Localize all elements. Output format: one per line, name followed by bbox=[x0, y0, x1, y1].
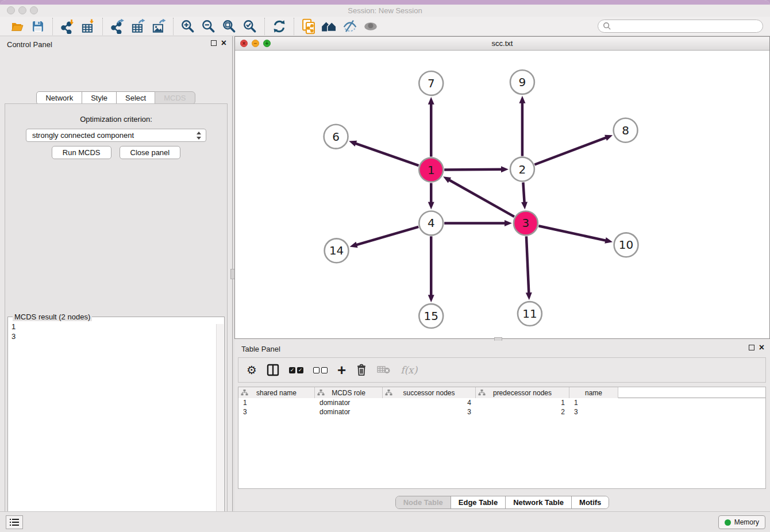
network-window-titlebar[interactable]: × − + scc.txt bbox=[235, 37, 769, 51]
status-bar: Memory bbox=[0, 511, 770, 532]
table-cell: 2 bbox=[476, 407, 569, 417]
import-network-button[interactable] bbox=[57, 18, 78, 35]
import-table-button[interactable] bbox=[78, 18, 98, 35]
double-house-icon bbox=[321, 19, 338, 34]
refresh-icon bbox=[272, 19, 287, 34]
node-1[interactable]: 1 bbox=[419, 158, 443, 182]
node-15[interactable]: 15 bbox=[419, 304, 443, 328]
clone-network-button[interactable] bbox=[298, 18, 319, 35]
float-panel-icon[interactable] bbox=[211, 40, 217, 46]
toolbar-separator bbox=[52, 18, 53, 35]
edge-arrowhead bbox=[521, 202, 528, 209]
node-9[interactable]: 9 bbox=[510, 70, 534, 94]
toolbar-separator bbox=[294, 18, 294, 35]
toolbar-separator bbox=[264, 18, 265, 35]
unchecked-checkbox-icon bbox=[321, 367, 328, 373]
close-panel-button[interactable]: Close panel bbox=[120, 146, 181, 159]
show-graphics-button[interactable] bbox=[360, 18, 381, 35]
edge-1-6[interactable] bbox=[354, 143, 419, 165]
node-11[interactable]: 11 bbox=[518, 302, 542, 326]
edge-2-8[interactable] bbox=[534, 137, 607, 164]
export-network-button[interactable] bbox=[107, 18, 128, 35]
network-overview-button[interactable] bbox=[319, 18, 340, 35]
node-10[interactable]: 10 bbox=[614, 233, 638, 257]
edge-4-14[interactable] bbox=[355, 227, 418, 245]
network-graph: 7968124314101511 bbox=[235, 51, 769, 338]
node-2[interactable]: 2 bbox=[510, 157, 534, 182]
node-7[interactable]: 7 bbox=[419, 71, 443, 95]
delete-column-button[interactable] bbox=[356, 364, 367, 376]
node-table[interactable]: shared nameMCDS rolesuccessor nodesprede… bbox=[238, 387, 766, 489]
refresh-network-button[interactable] bbox=[269, 18, 290, 35]
node-3[interactable]: 3 bbox=[514, 211, 538, 235]
zoom-out-button[interactable] bbox=[198, 18, 219, 35]
edge-arrowhead bbox=[605, 135, 613, 141]
node-6[interactable]: 6 bbox=[324, 125, 348, 149]
network-canvas[interactable]: 7968124314101511 bbox=[235, 51, 769, 338]
float-panel-icon[interactable] bbox=[749, 345, 754, 350]
edge-1-2[interactable] bbox=[444, 169, 503, 170]
zoom-selected-button[interactable] bbox=[240, 18, 260, 35]
table-cell: 1 bbox=[476, 398, 569, 407]
magnifier-plus-icon bbox=[180, 19, 195, 34]
tab-select[interactable]: Select bbox=[116, 91, 155, 105]
column-header-predecessor-nodes[interactable]: predecessor nodes bbox=[476, 387, 569, 398]
table-row[interactable]: 3dominator323 bbox=[238, 407, 765, 417]
optimization-criterion-label: Optimization criterion: bbox=[5, 115, 227, 124]
zoom-in-button[interactable] bbox=[178, 18, 198, 35]
tab-style[interactable]: Style bbox=[82, 91, 117, 105]
tab-mcds[interactable]: MCDS bbox=[155, 91, 195, 105]
column-header-successor-nodes[interactable]: successor nodes bbox=[383, 387, 476, 398]
close-panel-icon[interactable]: × bbox=[759, 345, 764, 350]
svg-text:15: 15 bbox=[424, 309, 438, 323]
memory-button[interactable]: Memory bbox=[718, 515, 765, 529]
function-builder-button-disabled: f(x) bbox=[401, 364, 417, 376]
magnifier-fit-icon bbox=[222, 19, 237, 34]
edge-2-3[interactable] bbox=[523, 182, 524, 204]
split-columns-button[interactable] bbox=[267, 364, 279, 376]
node-8[interactable]: 8 bbox=[614, 118, 638, 142]
table-cell: 1 bbox=[238, 398, 315, 407]
add-column-button[interactable]: + bbox=[337, 364, 346, 376]
export-table-button[interactable] bbox=[128, 18, 148, 35]
column-header-MCDS-role[interactable]: MCDS role bbox=[315, 387, 383, 398]
column-header-name[interactable]: name bbox=[569, 387, 618, 398]
hide-graphics-button[interactable] bbox=[340, 18, 360, 35]
tab-network-table[interactable]: Network Table bbox=[505, 496, 571, 508]
table-body: 1dominator4113dominator323 bbox=[238, 398, 765, 417]
table-row[interactable]: 1dominator411 bbox=[238, 398, 765, 407]
search-input[interactable] bbox=[614, 22, 758, 30]
edge-arrowhead bbox=[428, 295, 434, 302]
result-scrollbar[interactable] bbox=[216, 324, 224, 532]
column-header-shared-name[interactable]: shared name bbox=[238, 387, 315, 398]
edge-3-10[interactable] bbox=[538, 226, 607, 241]
tab-edge-table[interactable]: Edge Table bbox=[451, 496, 505, 508]
optimization-criterion-value: strongly connected component bbox=[32, 131, 134, 140]
table-import-icon bbox=[80, 19, 95, 34]
optimization-criterion-select[interactable]: strongly connected component bbox=[26, 129, 206, 142]
search-field[interactable] bbox=[598, 20, 763, 33]
node-14[interactable]: 14 bbox=[325, 238, 349, 263]
tab-motifs[interactable]: Motifs bbox=[571, 496, 609, 508]
application-window: Session: New Session bbox=[0, 0, 770, 532]
node-4[interactable]: 4 bbox=[419, 211, 443, 235]
close-panel-icon[interactable]: × bbox=[221, 40, 226, 46]
svg-text:4: 4 bbox=[428, 216, 435, 230]
edge-3-1[interactable] bbox=[448, 179, 514, 217]
zoom-fit-button[interactable] bbox=[219, 18, 240, 35]
tab-network[interactable]: Network bbox=[36, 91, 82, 105]
task-history-button[interactable] bbox=[6, 515, 23, 529]
select-stepper-icon bbox=[197, 132, 202, 140]
table-options-button[interactable]: ⚙ bbox=[247, 364, 257, 376]
open-session-button[interactable] bbox=[7, 18, 28, 35]
deselect-all-rows-button[interactable] bbox=[313, 367, 328, 373]
table-tabs: Node TableEdge TableNetwork TableMotifs bbox=[234, 496, 770, 509]
export-image-button[interactable] bbox=[148, 18, 169, 35]
mcds-result-text[interactable]: 1 3 bbox=[8, 319, 216, 532]
select-all-rows-button[interactable]: ✓ ✓ bbox=[289, 367, 303, 373]
save-floppy-icon bbox=[31, 20, 45, 33]
tab-node-table[interactable]: Node Table bbox=[396, 496, 451, 508]
run-mcds-button[interactable]: Run MCDS bbox=[52, 146, 111, 159]
edge-3-11[interactable] bbox=[526, 236, 529, 295]
save-session-button[interactable] bbox=[28, 18, 48, 35]
